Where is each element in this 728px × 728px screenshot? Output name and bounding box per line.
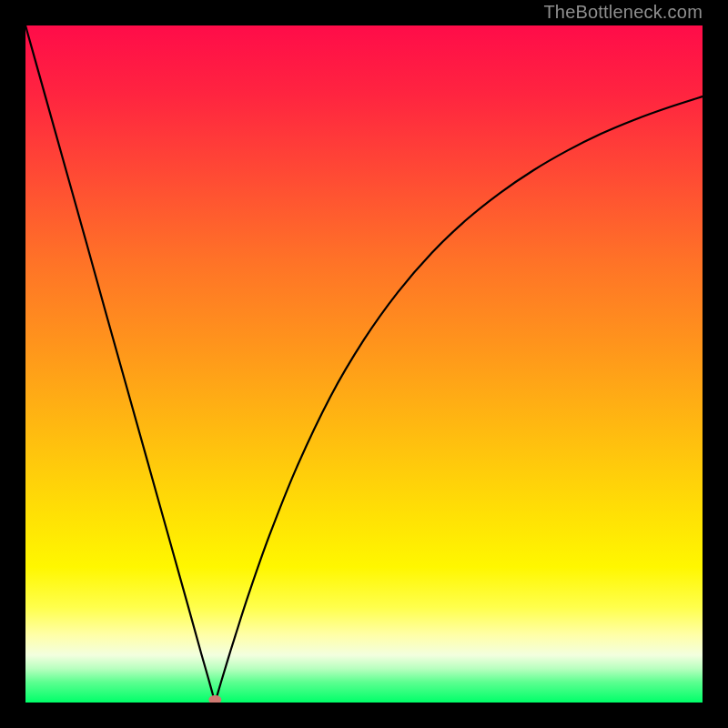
chart-svg (25, 25, 703, 703)
plot-area (25, 25, 703, 703)
chart-frame: TheBottleneck.com (0, 0, 728, 728)
attribution-label: TheBottleneck.com (543, 2, 703, 23)
gradient-background (25, 25, 703, 703)
